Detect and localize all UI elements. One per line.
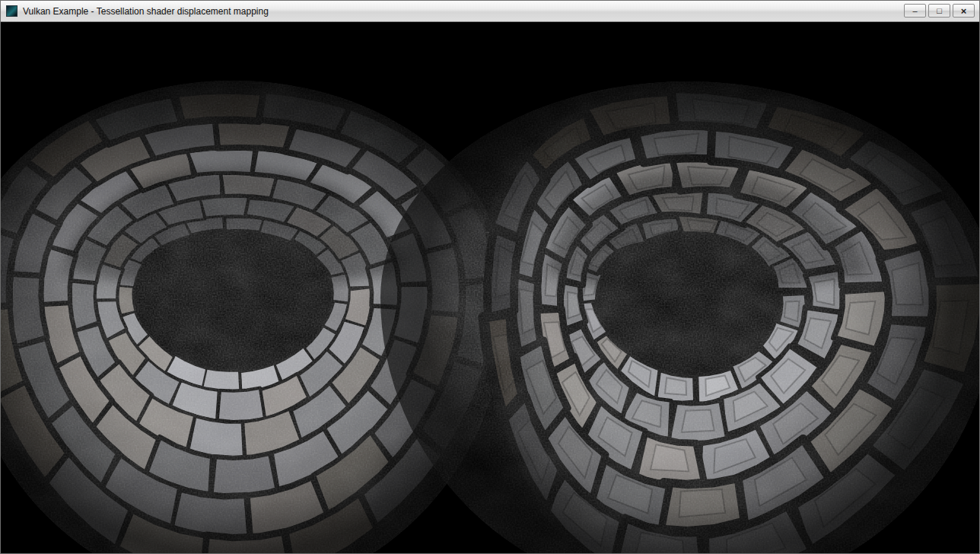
window-controls: – □ ×	[904, 4, 979, 18]
render-viewport[interactable]	[1, 22, 980, 554]
torus-displacement-mapped	[380, 80, 980, 554]
window-title: Vulkan Example - Tessellation shader dis…	[23, 6, 269, 17]
maximize-button[interactable]: □	[928, 4, 950, 18]
app-window: Vulkan Example - Tessellation shader dis…	[0, 0, 980, 554]
title-bar[interactable]: Vulkan Example - Tessellation shader dis…	[1, 1, 979, 22]
close-button[interactable]: ×	[953, 4, 975, 18]
minimize-button[interactable]: –	[904, 4, 926, 18]
vulkan-render	[1, 22, 980, 554]
app-icon	[6, 5, 18, 17]
